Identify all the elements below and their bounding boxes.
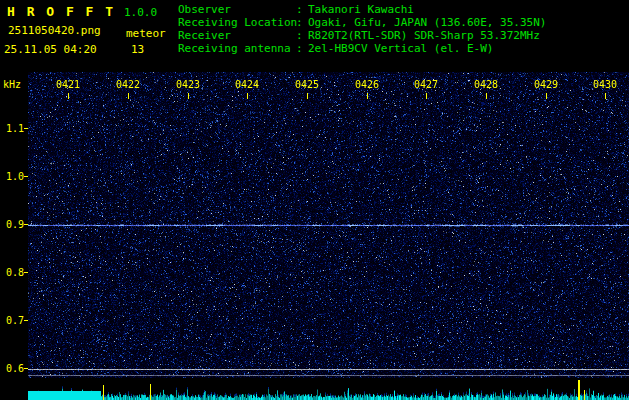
- freq-tick-mark: [24, 128, 28, 129]
- info-value: 2el-HB9CV Vertical (el. E-W): [308, 42, 493, 55]
- info-row-receiver: Receiver:R820T2(RTL-SDR) SDR-Sharp 53.37…: [178, 29, 546, 42]
- time-tick-label: 0423: [176, 79, 200, 90]
- time-tick-label: 0427: [414, 79, 438, 90]
- freq-tick-label: 1.0: [0, 171, 24, 182]
- info-colon: :: [296, 42, 308, 55]
- info-label: Observer: [178, 3, 296, 16]
- info-colon: :: [296, 29, 308, 42]
- signal-strip-canvas: [28, 378, 629, 400]
- time-tick-label: 0424: [235, 79, 259, 90]
- info-value: Takanori Kawachi: [308, 3, 414, 16]
- info-value: R820T2(RTL-SDR) SDR-Sharp 53.372MHz: [308, 29, 540, 42]
- app-title: H R O F F T: [7, 4, 115, 19]
- info-row-location: Receiving Location:Ogaki, Gifu, JAPAN (1…: [178, 16, 546, 29]
- freq-unit-label: kHz: [3, 79, 21, 90]
- info-row-antenna: Receiving antenna:2el-HB9CV Vertical (el…: [178, 42, 546, 55]
- info-colon: :: [296, 3, 308, 16]
- freq-tick-mark: [24, 224, 28, 225]
- time-tick-label: 0428: [474, 79, 498, 90]
- mode-label: meteor: [126, 27, 166, 40]
- time-tick-label: 0421: [56, 79, 80, 90]
- spectrogram-canvas: [28, 72, 629, 378]
- time-tick-label: 0426: [355, 79, 379, 90]
- info-value: Ogaki, Gifu, JAPAN (136.60E, 35.35N): [308, 16, 546, 29]
- freq-tick-label: 0.7: [0, 315, 24, 326]
- output-filename: 2511050420.png: [8, 24, 101, 37]
- info-colon: :: [296, 16, 308, 29]
- freq-tick-label: 0.9: [0, 219, 24, 230]
- freq-tick-label: 0.8: [0, 267, 24, 278]
- info-label: Receiver: [178, 29, 296, 42]
- time-tick-label: 0422: [116, 79, 140, 90]
- info-row-observer: Observer:Takanori Kawachi: [178, 3, 546, 16]
- echo-count: 13: [131, 43, 144, 56]
- info-label: Receiving Location: [178, 16, 296, 29]
- freq-tick-mark: [24, 272, 28, 273]
- freq-tick-label: 1.1: [0, 123, 24, 134]
- info-label: Receiving antenna: [178, 42, 296, 55]
- time-tick-label: 0430: [593, 79, 617, 90]
- hrofft-screen: H R O F F T 1.0.0 2511050420.png meteor …: [0, 0, 629, 400]
- time-tick-label: 0429: [534, 79, 558, 90]
- freq-tick-mark: [24, 320, 28, 321]
- freq-tick-mark: [24, 176, 28, 177]
- time-tick-label: 0425: [295, 79, 319, 90]
- freq-tick-mark: [24, 368, 28, 369]
- app-version: 1.0.0: [124, 6, 157, 19]
- station-info: Observer:Takanori Kawachi Receiving Loca…: [178, 3, 546, 55]
- freq-tick-label: 0.6: [0, 363, 24, 374]
- datetime-label: 25.11.05 04:20: [4, 43, 97, 56]
